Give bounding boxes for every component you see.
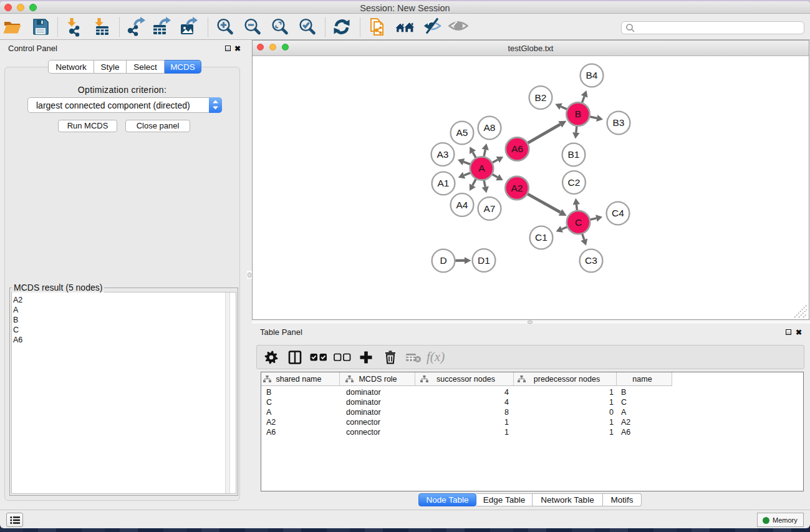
svg-text:A2: A2: [511, 183, 523, 193]
svg-text:A4: A4: [456, 200, 468, 210]
svg-text:C4: C4: [612, 208, 624, 218]
svg-text:C2: C2: [568, 177, 581, 188]
svg-text:B2: B2: [535, 92, 547, 103]
svg-text:D: D: [440, 255, 446, 266]
svg-text:A7: A7: [484, 203, 496, 214]
svg-text:C3: C3: [585, 255, 597, 266]
svg-text:C: C: [575, 217, 582, 228]
svg-text:B4: B4: [586, 70, 598, 80]
svg-text:B1: B1: [568, 149, 580, 160]
svg-text:A6: A6: [511, 143, 523, 154]
svg-text:A3: A3: [437, 149, 449, 160]
svg-text:C1: C1: [535, 232, 547, 243]
svg-text:A5: A5: [456, 127, 468, 138]
svg-text:A1: A1: [438, 178, 450, 188]
svg-text:B: B: [575, 109, 581, 119]
svg-text:A: A: [478, 163, 485, 173]
svg-text:B3: B3: [613, 117, 625, 128]
svg-text:D1: D1: [478, 255, 490, 266]
svg-text:A8: A8: [484, 122, 496, 133]
